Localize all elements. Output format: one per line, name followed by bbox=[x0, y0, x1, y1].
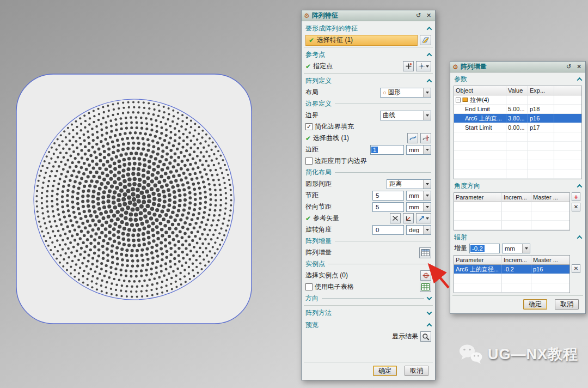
group-instance-points[interactable]: 实例点 bbox=[302, 258, 435, 270]
cell-filler bbox=[554, 123, 581, 132]
header-parameter[interactable]: Parameter bbox=[454, 256, 502, 265]
dropdown-arrow[interactable] bbox=[522, 244, 530, 253]
plus-icon: + bbox=[574, 193, 578, 201]
radial-pitch-unit-dropdown[interactable]: mm bbox=[406, 202, 431, 212]
dropdown-arrow[interactable] bbox=[423, 203, 431, 211]
group-pattern-increment[interactable]: 阵列增量 bbox=[302, 235, 435, 247]
section-preview[interactable]: 预览 bbox=[302, 319, 435, 331]
chevron-up-icon[interactable] bbox=[577, 77, 583, 82]
select-instance-label: 选择实例点 (0) bbox=[305, 271, 348, 280]
ok-label: 确定 bbox=[378, 366, 391, 375]
chevron-up-icon[interactable] bbox=[577, 184, 583, 190]
header-parameter[interactable]: Parameter bbox=[454, 193, 502, 202]
wechat-icon bbox=[458, 343, 483, 365]
cell-value bbox=[506, 95, 528, 105]
boundary-row: 边界 曲线 bbox=[302, 110, 435, 121]
table-row[interactable]: Start Limit 0.00... p17 bbox=[454, 123, 581, 132]
increment-input[interactable]: -0.2 bbox=[469, 244, 500, 253]
group-boundary-definition[interactable]: 边界定义 bbox=[302, 98, 435, 110]
instance-point-button[interactable] bbox=[420, 270, 431, 281]
chevron-up-icon[interactable] bbox=[427, 52, 432, 58]
margin-input[interactable]: 1 bbox=[370, 145, 404, 155]
dropdown-arrow[interactable] bbox=[423, 88, 431, 97]
dialog-titlebar[interactable]: ⚙ 阵列特征 ↺ ✕ bbox=[302, 10, 435, 21]
dialog-titlebar[interactable]: ⚙ 阵列增量 ↺ ✕ bbox=[450, 62, 585, 72]
point-option-dropdown[interactable] bbox=[416, 61, 431, 71]
cancel-button[interactable]: 取消 bbox=[555, 299, 579, 310]
section-reference-point[interactable]: 参考点 bbox=[302, 48, 435, 60]
group-orientation[interactable]: 方向 bbox=[302, 293, 435, 304]
select-feature-field[interactable]: ✔ 选择特征 (1) bbox=[305, 35, 418, 46]
pitch-unit-dropdown[interactable]: mm bbox=[406, 191, 431, 201]
chevron-up-icon[interactable] bbox=[427, 26, 432, 32]
tree-collapse-icon[interactable]: − bbox=[456, 98, 461, 102]
margin-unit-dropdown[interactable]: mm bbox=[406, 145, 431, 155]
rotation-angle-input[interactable]: 0 bbox=[372, 225, 404, 235]
circular-spacing-dropdown[interactable]: 距离 bbox=[387, 179, 431, 189]
dropdown-arrow[interactable] bbox=[423, 180, 431, 189]
header-value[interactable]: Value bbox=[506, 86, 528, 95]
reset-icon[interactable]: ↺ bbox=[565, 63, 573, 71]
section-parameters[interactable]: 参数 bbox=[450, 74, 585, 84]
remove-radial-increment-button[interactable]: ✕ bbox=[572, 264, 580, 273]
rotation-unit-dropdown[interactable]: deg bbox=[406, 225, 431, 235]
header-master[interactable]: Master ... bbox=[531, 256, 569, 265]
table-row[interactable]: End Limit 5.00... p18 bbox=[454, 105, 581, 114]
table-row-selected[interactable]: Arc6 上的直... 3.80... p16 bbox=[454, 114, 581, 123]
section-pattern-definition[interactable]: 阵列定义 bbox=[302, 75, 435, 87]
reset-icon[interactable]: ↺ bbox=[414, 11, 422, 20]
vector-dialog-button[interactable] bbox=[403, 213, 414, 223]
vector-option-dropdown[interactable] bbox=[416, 213, 431, 223]
sketch-section-button[interactable] bbox=[420, 35, 431, 45]
section-angle-direction[interactable]: 角度方向 bbox=[450, 180, 585, 191]
close-icon[interactable]: ✕ bbox=[425, 11, 433, 20]
header-increment[interactable]: Increm... bbox=[502, 193, 531, 202]
chevron-up-icon[interactable] bbox=[427, 323, 432, 328]
inferred-vector-button[interactable] bbox=[390, 213, 401, 223]
point-dialog-button[interactable] bbox=[403, 61, 414, 71]
cell-increment: -0.2 bbox=[502, 265, 531, 274]
header-object[interactable]: Object bbox=[454, 86, 506, 95]
simplify-fill-checkbox[interactable]: ✓ bbox=[305, 123, 313, 130]
pattern-increment-button[interactable] bbox=[419, 247, 431, 258]
increment-unit-dropdown[interactable]: mm bbox=[502, 244, 530, 253]
header-master[interactable]: Master ... bbox=[531, 193, 569, 202]
select-curve-row: ✔ 选择曲线 (1) bbox=[302, 132, 435, 144]
dropdown-arrow[interactable] bbox=[423, 111, 431, 120]
add-increment-button[interactable]: + bbox=[572, 192, 580, 201]
boundary-label: 边界 bbox=[305, 111, 318, 120]
group-simplified-layout[interactable]: 简化布局 bbox=[302, 167, 435, 178]
table-row-feature[interactable]: − 拉伸(4) bbox=[454, 95, 581, 105]
chevron-down-icon[interactable] bbox=[427, 295, 432, 300]
layout-dropdown[interactable]: ○ 圆形 bbox=[380, 88, 431, 98]
stop-at-intersection-button[interactable] bbox=[420, 133, 431, 143]
boundary-dropdown[interactable]: 曲线 bbox=[380, 111, 431, 120]
cancel-button[interactable]: 取消 bbox=[405, 366, 428, 376]
remove-increment-button[interactable]: ✕ bbox=[572, 203, 580, 211]
group-rule bbox=[335, 241, 431, 241]
radial-pitch-input[interactable]: 5 bbox=[372, 202, 404, 212]
curve-rule-button[interactable] bbox=[407, 133, 418, 143]
table-row-selected[interactable]: Arc6 上的直径... -0.2 p16 bbox=[454, 265, 569, 274]
use-spreadsheet-checkbox[interactable] bbox=[305, 283, 313, 290]
margin-inner-checkbox[interactable] bbox=[305, 157, 313, 165]
dropdown-arrow[interactable] bbox=[423, 146, 431, 154]
ok-button[interactable]: 确定 bbox=[523, 299, 547, 310]
group-label: 边界定义 bbox=[305, 99, 332, 108]
section-radial[interactable]: 辐射 bbox=[450, 232, 585, 242]
close-icon[interactable]: ✕ bbox=[575, 63, 583, 71]
chevron-up-icon[interactable] bbox=[427, 78, 432, 84]
section-features-to-pattern[interactable]: 要形成阵列的特征 bbox=[302, 22, 435, 34]
dropdown-arrow[interactable] bbox=[423, 191, 431, 200]
header-exp[interactable]: Exp... bbox=[528, 86, 554, 95]
spreadsheet-button[interactable] bbox=[420, 282, 431, 292]
ok-button[interactable]: 确定 bbox=[373, 366, 397, 376]
section-pattern-method[interactable]: 阵列方法 bbox=[302, 307, 435, 319]
dropdown-arrow[interactable] bbox=[423, 226, 431, 234]
chevron-up-icon[interactable] bbox=[577, 235, 583, 241]
show-result-button[interactable] bbox=[420, 331, 431, 342]
chevron-down-icon[interactable] bbox=[427, 310, 432, 315]
pitch-input[interactable]: 5 bbox=[372, 191, 404, 201]
header-increment[interactable]: Increm... bbox=[502, 256, 531, 265]
group-rule bbox=[335, 104, 431, 104]
